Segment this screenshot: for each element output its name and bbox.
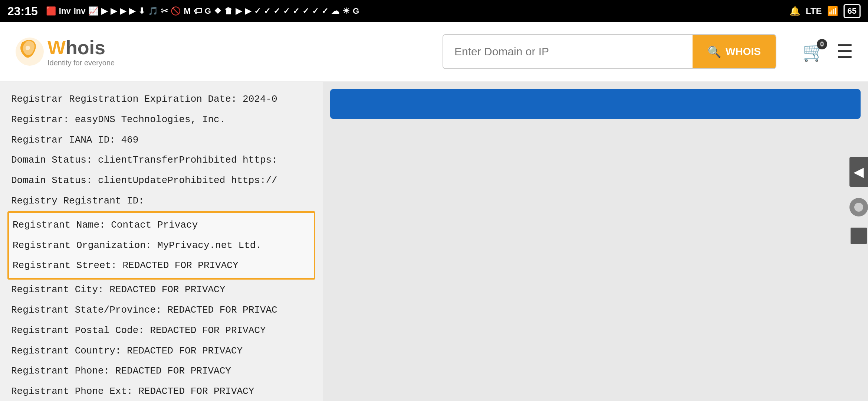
status-icons: 🟥 Inv Inv 📈 ▶ ▶ ▶ ▶ ⬇ 🎵 ✂ 🚫 M 🏷 G ❖ 🗑 ▶ … xyxy=(46,6,785,16)
whois-line-5: Registry Registrant ID: xyxy=(11,191,312,211)
app-icon-14: 🏷 xyxy=(194,6,202,16)
whois-line-1: Registrar: easyDNS Technologies, Inc. xyxy=(11,110,312,130)
app-icon-13: M xyxy=(184,6,190,16)
app-icon-15: G xyxy=(205,6,211,16)
highlighted-block: Registrant Name: Contact Privacy Registr… xyxy=(7,211,315,280)
logo-icon xyxy=(15,37,45,66)
back-arrow-button[interactable]: ◀ xyxy=(849,157,868,187)
search-input[interactable] xyxy=(443,35,693,68)
app-icon-3: Inv xyxy=(74,6,86,16)
search-container: 🔍 WHOIS xyxy=(443,34,776,69)
app-icon-26: ✓ xyxy=(312,6,319,16)
logo-title: Whois xyxy=(47,36,115,59)
search-icon: 🔍 xyxy=(707,45,721,58)
whois-line-3: Domain Status: clientTransferProhibited … xyxy=(11,150,312,170)
circle-icon xyxy=(854,203,863,212)
app-icon-10: 🎵 xyxy=(148,6,158,16)
whois-line-10: Registrant State/Province: REDACTED FOR … xyxy=(11,300,312,320)
app-icon-20: ✓ xyxy=(254,6,261,16)
lte-icon: LTE xyxy=(806,6,822,16)
notification-icon: 🔔 xyxy=(789,6,800,16)
whois-line-11: Registrant Postal Code: REDACTED FOR PRI… xyxy=(11,320,312,341)
circle-nav-button[interactable] xyxy=(849,198,868,216)
app-icon-22: ✓ xyxy=(273,6,280,16)
app-icon-24: ✓ xyxy=(293,6,299,16)
app-icon-27: ✓ xyxy=(322,6,328,16)
battery-indicator: 65 xyxy=(844,4,861,18)
main-content: Registrar Registration Expiration Date: … xyxy=(0,82,868,401)
app-icon-9: ⬇ xyxy=(138,6,145,16)
app-icon-2: Inv xyxy=(59,6,71,16)
cart-button[interactable]: 🛒 0 xyxy=(802,41,825,62)
cart-badge: 0 xyxy=(817,39,827,49)
app-icon-6: ▶ xyxy=(111,6,117,16)
whois-line-4: Domain Status: clientUpdateProhibited ht… xyxy=(11,170,312,191)
app-icon-23: ✓ xyxy=(283,6,290,16)
app-icon-7: ▶ xyxy=(120,6,126,16)
whois-panel: Registrar Registration Expiration Date: … xyxy=(0,82,323,401)
nav-right: 🛒 0 ☰ xyxy=(802,41,853,62)
whois-line-8: Registrant Street: REDACTED FOR PRIVACY xyxy=(13,255,310,276)
app-icon-17: 🗑 xyxy=(224,6,233,16)
app-icon-8: ▶ xyxy=(129,6,135,16)
whois-line-12: Registrant Country: REDACTED FOR PRIVACY xyxy=(11,341,312,361)
app-icon-5: ▶ xyxy=(101,6,108,16)
search-button[interactable]: 🔍 WHOIS xyxy=(693,35,776,68)
status-time: 23:15 xyxy=(7,4,38,18)
app-icon-4: 📈 xyxy=(88,6,98,16)
logo-tagline: Identity for everyone xyxy=(47,59,115,67)
whois-line-0: Registrar Registration Expiration Date: … xyxy=(11,89,312,110)
right-panel xyxy=(323,82,868,401)
whois-line-6: Registrant Name: Contact Privacy xyxy=(13,215,310,235)
app-icon-25: ✓ xyxy=(302,6,309,16)
whois-line-2: Registrar IANA ID: 469 xyxy=(11,130,312,150)
logo-text: Whois Identity for everyone xyxy=(47,36,115,67)
app-icon-11: ✂ xyxy=(161,6,168,16)
app-icon-19: ▶ xyxy=(245,6,251,16)
status-bar: 23:15 🟥 Inv Inv 📈 ▶ ▶ ▶ ▶ ⬇ 🎵 ✂ 🚫 M 🏷 G … xyxy=(0,0,868,22)
logo[interactable]: Whois Identity for everyone xyxy=(15,36,115,67)
app-icon-18: ▶ xyxy=(236,6,242,16)
ad-blue-bar xyxy=(330,89,861,119)
app-icon-12: 🚫 xyxy=(171,6,181,16)
whois-line-13: Registrant Phone: REDACTED FOR PRIVACY xyxy=(11,361,312,381)
whois-line-7: Registrant Organization: MyPrivacy.net L… xyxy=(13,235,310,256)
navbar: Whois Identity for everyone 🔍 WHOIS 🛒 0 … xyxy=(0,22,868,82)
whois-line-14: Registrant Phone Ext: REDACTED FOR PRIVA… xyxy=(11,381,312,401)
whois-data: Registrar Registration Expiration Date: … xyxy=(0,82,323,401)
app-icon-28: ☁ xyxy=(331,6,339,16)
app-icon-30: G xyxy=(353,6,359,16)
app-icon-21: ✓ xyxy=(264,6,270,16)
app-icon-1: 🟥 xyxy=(46,6,56,16)
square-nav-button[interactable] xyxy=(851,228,867,244)
svg-point-1 xyxy=(26,46,30,50)
right-side-floats: ◀ xyxy=(849,157,868,244)
app-icon-16: ❖ xyxy=(214,6,221,16)
signal-icon: 📶 xyxy=(827,6,838,16)
search-button-label: WHOIS xyxy=(726,46,761,58)
status-right: 🔔 LTE 📶 65 xyxy=(789,4,861,18)
hamburger-button[interactable]: ☰ xyxy=(836,42,853,61)
app-icon-29: ☀ xyxy=(342,6,350,16)
whois-line-9: Registrant City: REDACTED FOR PRIVACY xyxy=(11,280,312,300)
